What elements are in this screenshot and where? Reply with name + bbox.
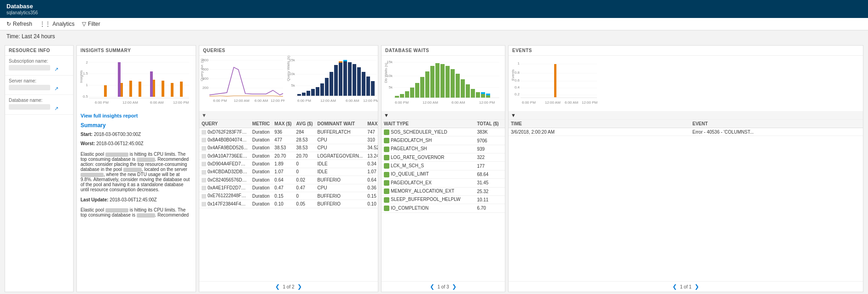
table-row[interactable]: 0xE761222848FB8D Duration 0.15 0 BUFFERI…: [199, 192, 378, 200]
waits-filter-row: ▼: [382, 111, 505, 120]
table-row[interactable]: SLEEP_BUFFERPOOL_HELPLW 10.11: [382, 195, 505, 204]
query-metric: Duration: [250, 168, 272, 176]
subscription-edit-icon[interactable]: ↗: [54, 66, 58, 72]
query-avg: 284: [294, 128, 315, 136]
wait-total: 322: [475, 153, 505, 162]
waits-next-btn[interactable]: ❯: [452, 283, 457, 290]
redact-6: [137, 213, 155, 218]
queries-prev-btn[interactable]: ❮: [275, 283, 280, 290]
svg-rect-8: [104, 85, 107, 97]
queries-next-btn[interactable]: ❯: [297, 283, 302, 290]
table-row[interactable]: 0x147F23844F44E8 Duration 0.10 0.05 BUFF…: [199, 200, 378, 208]
refresh-icon: ↻: [6, 21, 11, 27]
svg-text:2: 2: [86, 60, 88, 65]
insights-svg: Insights 2 1.5 1 0.5: [79, 58, 191, 111]
svg-rect-50: [325, 78, 329, 96]
svg-text:15k: 15k: [289, 58, 295, 62]
query-id: 0x8A4B0B04074B...: [199, 136, 250, 144]
query-wait-max: 0.15: [365, 192, 378, 200]
subscription-value: [9, 65, 50, 71]
table-row[interactable]: 0xD904A4FED700... Duration 1.89 0 IDLE 0…: [199, 160, 378, 168]
subscription-field: Subscription name: ↗: [5, 56, 73, 76]
query-metric: Duration: [250, 160, 272, 168]
database-edit-icon[interactable]: ↗: [54, 106, 58, 111]
events-prev-btn[interactable]: ❮: [672, 283, 677, 290]
events-table-scroll[interactable]: TIME EVENT 3/6/2018, 2:00:20 AM Error - …: [509, 120, 863, 281]
table-row[interactable]: 0xC824056576DF... Duration 0.64 0.02 BUF…: [199, 176, 378, 184]
table-row[interactable]: PAGELATCH_SH 939: [382, 145, 505, 153]
svg-text:1: 1: [518, 61, 520, 65]
query-metric: Duration: [250, 136, 272, 144]
queries-title: QUERIES: [199, 46, 378, 56]
svg-text:0.4: 0.4: [515, 85, 520, 89]
wait-type: PAGELATCH_SH: [382, 145, 475, 153]
svg-rect-53: [339, 63, 342, 96]
svg-text:12:00 AM: 12:00 AM: [545, 100, 561, 105]
app-header: Database sqlanalytics356: [0, 0, 868, 18]
waits-table-scroll[interactable]: WAIT TYPE TOTAL ($) SOS_SCHEDULER_YIELD …: [382, 120, 505, 281]
svg-text:12:00 AM: 12:00 AM: [122, 100, 138, 105]
worst-label: Worst:: [81, 141, 95, 146]
table-row[interactable]: 3/6/2018, 2:00:20 AM Error - 40536 - 'CO…: [509, 128, 863, 136]
svg-rect-90: [471, 89, 475, 98]
insights-worst: Worst: 2018-03-06T12:45:00Z: [77, 140, 196, 149]
table-row[interactable]: 0xD762F283F7FBF5 Duration 936 284 BUFFER…: [199, 128, 378, 136]
server-edit-icon[interactable]: ↗: [54, 86, 58, 91]
events-next-btn[interactable]: ❯: [694, 283, 699, 290]
table-row[interactable]: 0x9A10A7736EED... Duration 20.70 20.70 L…: [199, 152, 378, 160]
table-row[interactable]: IO_COMPLETION 6.70: [382, 204, 505, 212]
svg-rect-47: [311, 89, 315, 96]
query-avg: 38.53: [294, 144, 315, 152]
table-row[interactable]: 0x4AFA9BDD526... Duration 38.53 38.53 CP…: [199, 144, 378, 152]
analytics-button[interactable]: ⋮⋮ Analytics: [40, 21, 75, 27]
queries-filter-icon: ▼: [202, 112, 207, 118]
table-row[interactable]: 0x4CBDAD32DB5... Duration 1.07 0 IDLE 1.…: [199, 168, 378, 176]
table-row[interactable]: PAGEIOLATCH_EX 31.45: [382, 179, 505, 187]
query-metric: Duration: [250, 152, 272, 160]
query-max: 38.53: [272, 144, 294, 152]
database-value: [9, 104, 50, 110]
wait-type: IO_COMPLETION: [382, 204, 475, 212]
svg-text:15k: 15k: [387, 60, 393, 64]
waits-prev-btn[interactable]: ❮: [430, 283, 434, 290]
refresh-button[interactable]: ↻ Refresh: [6, 21, 32, 27]
insights-start: Start: 2018-03-06T00:30:00Z: [77, 130, 196, 140]
server-field: Server name: ↗: [5, 76, 73, 95]
query-max: 0.64: [272, 176, 294, 184]
query-max: 20.70: [272, 152, 294, 160]
queries-table: QUERY METRIC MAX ($) AVG ($) DOMINANT WA…: [199, 120, 378, 208]
filter-button[interactable]: ▽ Filter: [82, 21, 100, 27]
view-insights-link[interactable]: View full insights report: [77, 111, 196, 120]
table-row[interactable]: MEMORY_ALLOCATION_EXT 25.32: [382, 187, 505, 195]
wait-type-icon: [384, 138, 389, 143]
wait-total: 6.70: [475, 204, 505, 212]
svg-text:600: 600: [203, 67, 209, 71]
svg-text:200: 200: [203, 86, 209, 90]
table-row[interactable]: SOS_SCHEDULER_YIELD 383K: [382, 128, 505, 136]
time-bar: Time: Last 24 hours: [0, 30, 868, 42]
svg-rect-48: [316, 87, 319, 96]
svg-rect-60: [371, 81, 375, 96]
table-row[interactable]: LCK_M_SCH_S 177: [382, 162, 505, 170]
svg-text:400: 400: [203, 76, 209, 81]
svg-rect-93: [486, 95, 490, 98]
svg-rect-11: [139, 82, 141, 97]
svg-text:6:00 PM: 6:00 PM: [522, 100, 536, 105]
table-row[interactable]: 0x8A4B0B04074B... Duration 477 28.53 CPU…: [199, 136, 378, 144]
svg-text:5k: 5k: [291, 83, 295, 88]
table-row[interactable]: IO_QUEUE_LIMIT 68.64: [382, 170, 505, 178]
col-metric: METRIC: [250, 120, 272, 128]
table-row[interactable]: PAGEIOLATCH_SH 9706: [382, 136, 505, 145]
svg-rect-51: [330, 72, 333, 96]
queries-panel: QUERIES Query dur. (s) 800 600 400 200: [199, 45, 378, 292]
svg-text:0.5: 0.5: [83, 94, 88, 99]
table-row[interactable]: LOG_RATE_GOVERNOR 322: [382, 153, 505, 162]
svg-text:1.5: 1.5: [83, 71, 88, 76]
query-max: 477: [272, 136, 294, 144]
wait-type: SLEEP_BUFFERPOOL_HELPLW: [382, 195, 475, 204]
col-avg: AVG ($): [294, 120, 315, 128]
query-id: 0xA4E1FFD2D77C...: [199, 184, 250, 192]
queries-table-scroll[interactable]: QUERY METRIC MAX ($) AVG ($) DOMINANT WA…: [199, 120, 378, 281]
table-row[interactable]: 0xA4E1FFD2D77C... Duration 0.47 0.47 CPU…: [199, 184, 378, 192]
svg-rect-83: [435, 63, 440, 98]
